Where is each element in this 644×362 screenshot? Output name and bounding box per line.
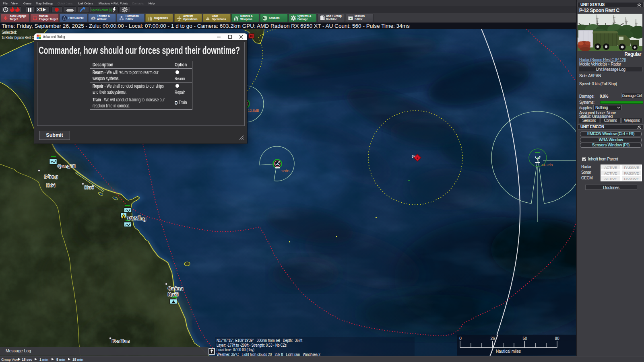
svg-text:×1: ×1 — [37, 7, 43, 12]
svg-text:80: 80 — [555, 336, 559, 341]
svg-text:26: 26 — [490, 336, 495, 341]
svg-text:Đà Nẵng: Đà Nẵng — [128, 215, 146, 221]
svg-text:Quang Tri: Quang Tri — [58, 164, 75, 169]
svg-text:Huế: Huế — [85, 185, 94, 190]
svg-text:Hới: Hới — [46, 183, 55, 188]
svg-text:Kon Tum: Kon Tum — [112, 339, 130, 343]
svg-text:g2: g2 — [412, 154, 415, 158]
svg-text:Layer: -177ft to -299ft - Stre: Layer: -177ft to -299ft - Strength: 0.53… — [217, 343, 287, 348]
svg-text:0: 0 — [459, 336, 462, 341]
svg-text:14.2dB: 14.2dB — [541, 163, 553, 167]
svg-text:Message Log: Message Log — [6, 348, 31, 353]
svg-text:1x Radar (Spoon Rest C: 1x Radar (Spoon Rest C — [2, 35, 34, 40]
svg-text:12dB: 12dB — [281, 169, 289, 173]
svg-text:Selected:: Selected: — [2, 30, 17, 35]
svg-text:Ngãi: Ngãi — [168, 292, 178, 297]
svg-text:N17°07'15", E109°19'39" - 300n: N17°07'15", E109°19'39" - 300nm from sel… — [217, 338, 302, 343]
svg-text:Quảng: Quảng — [168, 286, 183, 291]
svg-text:Local time: 07:00:00 (Day): Local time: 07:00:00 (Day) — [217, 348, 254, 352]
svg-text:50: 50 — [522, 336, 527, 341]
svg-text:Nautical miles: Nautical miles — [496, 349, 521, 354]
svg-text:Special Actions (2): Special Actions (2) — [91, 8, 112, 12]
svg-text:12.8dB: 12.8dB — [248, 109, 260, 113]
